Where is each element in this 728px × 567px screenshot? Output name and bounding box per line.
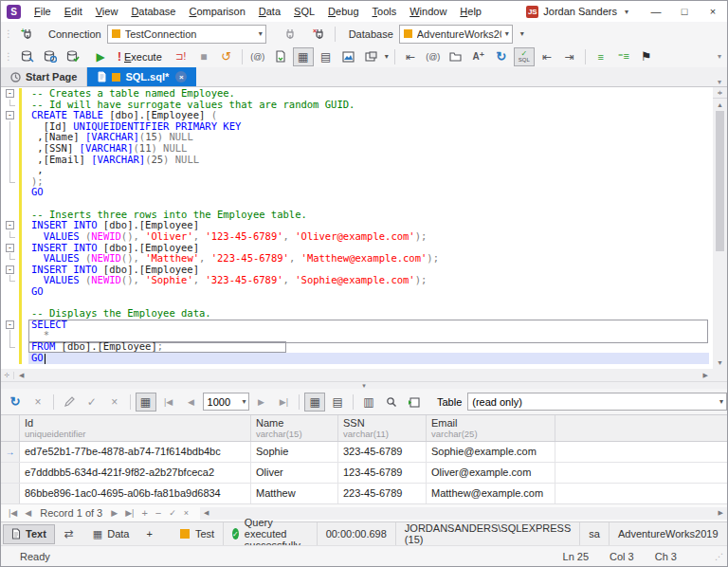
splitter-grip-icon[interactable]: ≑: [713, 87, 727, 99]
column-header-email[interactable]: Emailvarchar(25): [427, 415, 555, 441]
find-in-results-icon[interactable]: [381, 393, 402, 412]
column-header-ssn[interactable]: SSNvarchar(11): [338, 415, 427, 441]
tab-text-results[interactable]: Text: [3, 524, 55, 544]
refresh-database-icon[interactable]: [40, 47, 61, 66]
scroll-down-icon[interactable]: ▼: [713, 357, 727, 369]
execute-button[interactable]: ! Execute: [118, 47, 162, 66]
table-row[interactable]: e7dddbb5-634d-421f-9f82-a2b27bfceca2Oliv…: [1, 463, 727, 484]
scrollbar-thumb[interactable]: [716, 111, 724, 251]
code-line-18[interactable]: VALUES (NEWID(), 'Sophie', '323-45-6789'…: [1, 275, 713, 286]
code-line-21[interactable]: -- Displays the Employee data.: [1, 308, 713, 320]
commit-edit-icon[interactable]: ✓: [165, 508, 180, 518]
code-line-24[interactable]: FROM [dbo].[Employee];: [1, 341, 713, 353]
row-marker[interactable]: [1, 484, 20, 503]
code-line-8[interactable]: ,: [1, 165, 713, 176]
visual-designer-icon[interactable]: [338, 47, 359, 66]
toolbar-overflow-icon[interactable]: ▾: [520, 29, 524, 38]
column-header-name[interactable]: Namevarchar(15): [251, 415, 338, 441]
cell-name[interactable]: Matthew: [251, 484, 338, 503]
cell-id[interactable]: 86bbe896-1ac0-4695-a06b-fa81ba9d6834: [20, 484, 251, 503]
column-visibility-icon[interactable]: ▥: [358, 393, 379, 412]
first-page-icon[interactable]: |◀: [158, 393, 179, 412]
minimize-button[interactable]: —: [642, 1, 670, 22]
current-row-arrow-icon[interactable]: →: [1, 442, 20, 462]
table-row[interactable]: →ed7e52b1-77be-4878-ab74-71f614bdb4bcSop…: [1, 442, 727, 463]
menu-comparison[interactable]: Comparison: [182, 6, 251, 17]
stop-icon[interactable]: ■: [193, 47, 214, 66]
sql-editor[interactable]: --- Creates a table named Employee.-- Id…: [1, 86, 727, 381]
tab-sql-document[interactable]: SQL.sql* ×: [87, 67, 196, 86]
format-document-icon[interactable]: ≡: [591, 47, 611, 66]
add-results-tab-button[interactable]: +: [138, 524, 159, 544]
menu-tools[interactable]: Tools: [366, 6, 404, 17]
fold-collapse-icon[interactable]: -: [6, 221, 14, 229]
cell-id[interactable]: ed7e52b1-77be-4878-ab74-71f614bdb4bc: [20, 442, 251, 462]
chevron-down-icon[interactable]: ▾: [719, 397, 723, 406]
toolbar-grip[interactable]: ⋮: [1, 28, 16, 39]
menu-edit[interactable]: Edit: [58, 6, 89, 17]
decrease-indent-icon[interactable]: ⇤: [537, 47, 557, 66]
tab-start-page[interactable]: Start Page: [1, 67, 87, 86]
code-line-9[interactable]: );: [1, 176, 713, 188]
cell-id[interactable]: e7dddbb5-634d-421f-9f82-a2b27bfceca2: [20, 463, 251, 483]
fold-collapse-icon[interactable]: -: [6, 111, 14, 119]
cell-name[interactable]: Sophie: [251, 442, 338, 462]
cancel-changes-icon[interactable]: ×: [104, 393, 125, 412]
cell-ssn[interactable]: 223-45-6789: [338, 484, 427, 503]
horizontal-scrollbar[interactable]: ⊹ ◀ ▶: [1, 369, 713, 381]
swap-panes-icon[interactable]: ⇄: [59, 524, 80, 543]
connect-icon[interactable]: [280, 25, 300, 44]
edit-mode-icon[interactable]: [59, 393, 80, 412]
history-icon[interactable]: ↺: [216, 47, 237, 66]
last-page-icon[interactable]: ▶|: [273, 393, 294, 412]
new-sql-document-icon[interactable]: [17, 47, 38, 66]
toolbar-grip[interactable]: ⋮: [1, 51, 16, 62]
refresh-results-icon[interactable]: ↻: [5, 393, 26, 412]
snippets-folder-icon[interactable]: [446, 47, 466, 66]
cell-name[interactable]: Oliver: [251, 463, 338, 483]
cell-ssn[interactable]: 323-45-6789: [338, 442, 427, 462]
validate-database-icon[interactable]: [63, 47, 83, 66]
account-name[interactable]: Jordan Sanders: [543, 6, 617, 17]
append-record-icon[interactable]: +: [137, 507, 151, 519]
menu-debug[interactable]: Debug: [321, 6, 365, 17]
code-line-19[interactable]: GO: [1, 286, 713, 298]
scroll-right-icon[interactable]: ▶: [699, 372, 713, 379]
paging-mode-icon[interactable]: ▦: [136, 393, 156, 412]
chevron-down-icon[interactable]: ▾: [385, 52, 389, 61]
sql-syntax-check-icon[interactable]: ✓SQL: [514, 47, 535, 66]
apply-changes-icon[interactable]: ✓: [82, 393, 102, 412]
uppercase-icon[interactable]: A⁺: [468, 47, 489, 66]
macros-icon[interactable]: (@): [423, 47, 444, 66]
chevron-down-icon[interactable]: ▾: [242, 397, 246, 406]
card-view-icon[interactable]: ▤: [327, 393, 348, 412]
maximize-button[interactable]: □: [670, 1, 699, 22]
tab-data-results[interactable]: ▦ Data: [85, 524, 137, 544]
splitter-grip-icon[interactable]: ⊹: [1, 372, 14, 379]
fold-collapse-icon[interactable]: -: [6, 244, 14, 252]
code-area[interactable]: --- Creates a table named Employee.-- Id…: [1, 87, 713, 369]
row-marker[interactable]: [1, 463, 20, 483]
code-line-22[interactable]: -SELECT: [1, 320, 713, 331]
outdent-block-icon[interactable]: ⇤: [400, 47, 421, 66]
menu-view[interactable]: View: [89, 6, 125, 17]
next-record-icon[interactable]: ▶: [107, 508, 121, 518]
column-header-id[interactable]: Iduniqueidentifier: [20, 415, 251, 441]
next-page-icon[interactable]: ▶: [250, 393, 271, 412]
stop-refresh-icon[interactable]: ×: [27, 393, 48, 412]
scroll-right-icon[interactable]: ▶: [719, 509, 723, 517]
code-line-7[interactable]: ,[Email] [VARCHAR](25) NULL: [1, 155, 713, 166]
results-pane-toggle-icon[interactable]: ▦: [293, 47, 314, 66]
menu-data[interactable]: Data: [252, 6, 287, 17]
export-data-icon[interactable]: [404, 393, 425, 412]
grid-view-icon[interactable]: ▦: [304, 393, 325, 412]
run-icon[interactable]: ▶: [90, 47, 111, 66]
increase-indent-icon[interactable]: ⇥: [559, 47, 580, 66]
previous-page-icon[interactable]: ◀: [181, 393, 202, 412]
bookmark-icon[interactable]: ⚑: [636, 47, 657, 66]
pane-splitter[interactable]: ▾: [1, 381, 727, 389]
fold-collapse-icon[interactable]: -: [6, 89, 14, 98]
account-dropdown-icon[interactable]: ▾: [625, 8, 628, 16]
menu-file[interactable]: File: [27, 6, 58, 17]
database-combobox[interactable]: AdventureWorks20... ▾: [399, 25, 513, 44]
